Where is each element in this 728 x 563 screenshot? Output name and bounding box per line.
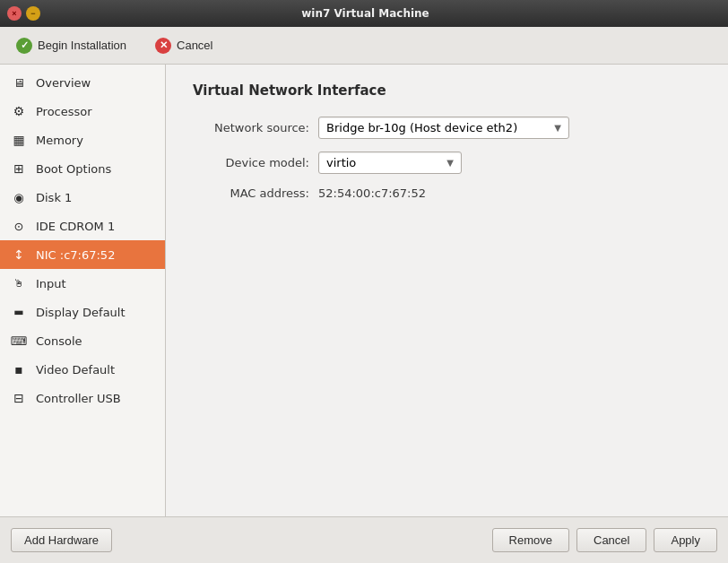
- sidebar-item-memory[interactable]: Memory: [0, 126, 165, 154]
- sidebar-item-overview-label: Overview: [36, 76, 91, 90]
- sidebar-item-console[interactable]: Console: [0, 326, 165, 355]
- apply-button[interactable]: Apply: [654, 528, 717, 552]
- close-button[interactable]: ×: [7, 6, 22, 21]
- content-title: Virtual Network Interface: [193, 82, 701, 99]
- x-icon: ✕: [155, 38, 171, 54]
- begin-installation-label: Begin Installation: [38, 39, 126, 52]
- sidebar-item-input[interactable]: Input: [0, 269, 165, 298]
- sidebar-item-boot-options[interactable]: Boot Options: [0, 154, 165, 183]
- window-title: win7 Virtual Machine: [46, 7, 685, 20]
- mac-address-row: MAC address: 52:54:00:c7:67:52: [193, 186, 701, 200]
- network-source-label: Network source:: [193, 121, 309, 134]
- begin-installation-button[interactable]: ✓ Begin Installation: [11, 34, 132, 57]
- sidebar-item-controller-label: Controller USB: [36, 392, 121, 405]
- network-source-row: Network source: Bridge br-10g (Host devi…: [193, 117, 701, 139]
- sidebar-item-console-label: Console: [36, 334, 82, 348]
- cancel-toolbar-button[interactable]: ✕ Cancel: [150, 34, 218, 57]
- toolbar: ✓ Begin Installation ✕ Cancel: [0, 27, 728, 65]
- sidebar-item-overview[interactable]: Overview: [0, 68, 165, 97]
- console-icon: [9, 331, 29, 351]
- device-model-value: virtio: [326, 156, 356, 169]
- titlebar: × − win7 Virtual Machine: [0, 0, 728, 27]
- sidebar-item-display-default[interactable]: Display Default: [0, 298, 165, 326]
- bottom-bar: Add Hardware Remove Cancel Apply: [0, 516, 728, 563]
- sidebar-item-disk1-label: Disk 1: [36, 191, 72, 204]
- bottom-left: Add Hardware: [11, 528, 492, 552]
- input-icon: [9, 273, 29, 293]
- memory-icon: [9, 130, 29, 150]
- controller-icon: [9, 388, 29, 408]
- network-source-arrow-icon: ▼: [554, 123, 561, 133]
- sidebar-item-nic-label: NIC :c7:67:52: [36, 248, 115, 262]
- disk-icon: [9, 187, 29, 207]
- device-model-arrow-icon: ▼: [446, 158, 454, 168]
- sidebar-item-disk1[interactable]: Disk 1: [0, 183, 165, 212]
- video-icon: [9, 359, 29, 379]
- cdrom-icon: [9, 216, 29, 236]
- device-model-dropdown[interactable]: virtio ▼: [318, 152, 462, 174]
- titlebar-buttons: × −: [7, 6, 40, 21]
- sidebar-item-processor-label: Processor: [36, 105, 92, 118]
- sidebar-item-ide-cdrom1[interactable]: IDE CDROM 1: [0, 212, 165, 240]
- sidebar-item-processor[interactable]: Processor: [0, 97, 165, 126]
- device-model-row: Device model: virtio ▼: [193, 152, 701, 174]
- boot-icon: [9, 159, 29, 178]
- network-source-dropdown[interactable]: Bridge br-10g (Host device eth2) ▼: [318, 117, 569, 139]
- sidebar-item-video-label: Video Default: [36, 363, 115, 377]
- sidebar-item-boot-label: Boot Options: [36, 162, 111, 176]
- cancel-button[interactable]: Cancel: [576, 528, 646, 552]
- network-source-value: Bridge br-10g (Host device eth2): [326, 121, 517, 134]
- device-model-label: Device model:: [193, 156, 309, 169]
- add-hardware-button[interactable]: Add Hardware: [11, 528, 112, 552]
- content-area: Virtual Network Interface Network source…: [166, 65, 728, 516]
- sidebar-item-memory-label: Memory: [36, 134, 83, 147]
- sidebar-item-controller-usb[interactable]: Controller USB: [0, 384, 165, 412]
- display-icon: [9, 302, 29, 322]
- sidebar-item-input-label: Input: [36, 277, 66, 290]
- sidebar: Overview Processor Memory Boot Options D…: [0, 65, 166, 516]
- cancel-toolbar-label: Cancel: [177, 39, 212, 52]
- check-icon: ✓: [16, 38, 32, 54]
- sidebar-item-display-label: Display Default: [36, 306, 126, 319]
- overview-icon: [9, 73, 29, 92]
- main-layout: Overview Processor Memory Boot Options D…: [0, 65, 728, 516]
- sidebar-item-video-default[interactable]: Video Default: [0, 355, 165, 384]
- remove-button[interactable]: Remove: [492, 528, 569, 552]
- nic-icon: [9, 245, 29, 264]
- bottom-right: Remove Cancel Apply: [492, 528, 717, 552]
- sidebar-item-nic[interactable]: NIC :c7:67:52: [0, 240, 165, 269]
- sidebar-item-cdrom-label: IDE CDROM 1: [36, 220, 115, 233]
- processor-icon: [9, 101, 29, 121]
- minimize-button[interactable]: −: [26, 6, 40, 21]
- mac-address-label: MAC address:: [193, 186, 309, 200]
- mac-address-value: 52:54:00:c7:67:52: [318, 186, 426, 200]
